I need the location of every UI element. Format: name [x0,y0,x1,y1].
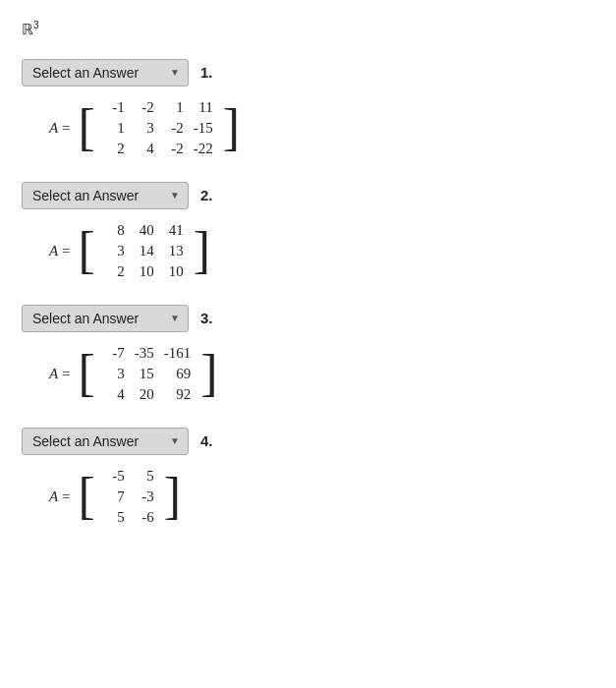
matrix-label-2: A = [49,243,70,259]
problem-block-1: Select an Answer▼1.A =[-1-211113-2-1524-… [22,59,594,160]
chevron-down-icon: ▼ [170,435,180,446]
table-cell: -6 [135,508,154,527]
chevron-down-icon: ▼ [170,67,180,78]
table-cell: 5 [105,508,125,527]
matrix-wrap-2: [840413141321010] [78,219,210,283]
matrix-table-2: 840413141321010 [95,219,194,283]
matrix-table-1: -1-211113-2-1524-2-22 [95,96,223,160]
table-cell: 15 [135,365,154,383]
answer-row-4: Select an Answer▼4. [22,428,594,455]
table-cell: 8 [105,221,125,240]
math-symbol: ℝ3 [22,21,39,37]
problem-number-4: 4. [200,432,213,449]
select-label-2: Select an Answer [32,188,139,203]
matrix-table-3: -7-35-1613156942092 [95,342,201,406]
bracket-right-icon: ] [223,102,240,153]
table-cell: 69 [164,365,192,383]
matrix-label-1: A = [49,120,70,137]
select-answer-button-3[interactable]: Select an Answer▼ [22,305,189,332]
problem-block-3: Select an Answer▼3.A =[-7-35-16131569420… [22,305,594,406]
table-cell: -5 [105,467,125,486]
table-cell: 2 [105,262,125,281]
table-cell: 1 [164,98,184,117]
bracket-right-icon: ] [164,471,181,522]
table-cell: 3 [135,119,154,138]
matrix-table-4: -557-35-6 [95,465,164,529]
table-cell: -2 [164,119,184,138]
table-row: 31413 [105,242,184,260]
table-row: -55 [105,467,154,486]
table-cell: 41 [164,221,184,240]
table-row: 31569 [105,365,192,383]
select-label-3: Select an Answer [32,311,139,326]
matrix-block-3: A =[-7-35-1613156942092] [49,342,594,406]
chevron-down-icon: ▼ [170,313,180,323]
select-answer-button-2[interactable]: Select an Answer▼ [22,182,189,209]
table-cell: -161 [164,344,192,363]
matrix-block-1: A =[-1-211113-2-1524-2-22] [49,96,594,160]
bracket-left-icon: [ [78,225,94,276]
table-cell: -15 [194,119,213,138]
matrix-wrap-3: [-7-35-1613156942092] [78,342,217,406]
question-text: ℝ3 [22,18,594,41]
matrix-block-4: A =[-557-35-6] [49,465,594,529]
problem-number-2: 2. [200,187,213,203]
table-cell: 4 [135,140,154,158]
matrix-block-2: A =[840413141321010] [49,219,594,283]
problems-container: Select an Answer▼1.A =[-1-211113-2-1524-… [22,59,594,529]
table-cell: 10 [164,262,184,281]
answer-row-2: Select an Answer▼2. [22,182,594,209]
bracket-right-icon: ] [200,348,217,399]
table-cell: 1 [105,119,125,138]
table-row: 7-3 [105,487,154,506]
matrix-label-3: A = [49,366,70,382]
table-cell: 3 [105,365,125,383]
table-cell: -1 [105,98,125,117]
matrix-label-4: A = [49,488,70,505]
bracket-left-icon: [ [78,102,94,153]
table-cell: 5 [135,467,154,486]
table-row: -7-35-161 [105,344,192,363]
table-cell: 7 [105,487,125,506]
table-cell: 92 [164,385,192,404]
table-cell: -22 [194,140,213,158]
table-row: 21010 [105,262,184,281]
table-row: 42092 [105,385,192,404]
main-card: ℝ3 Select an Answer▼1.A =[-1-211113-2-15… [0,0,616,688]
table-cell: -35 [135,344,154,363]
select-label-1: Select an Answer [32,65,139,81]
table-cell: -3 [135,487,154,506]
table-row: 84041 [105,221,184,240]
matrix-wrap-4: [-557-35-6] [78,465,181,529]
problem-number-3: 3. [200,310,213,326]
table-cell: 11 [194,98,213,117]
table-cell: -2 [135,98,154,117]
matrix-wrap-1: [-1-211113-2-1524-2-22] [78,96,240,160]
table-row: -1-2111 [105,98,213,117]
table-cell: -7 [105,344,125,363]
select-answer-button-4[interactable]: Select an Answer▼ [22,428,189,455]
table-cell: 4 [105,385,125,404]
table-cell: 3 [105,242,125,260]
table-cell: 10 [135,262,154,281]
table-cell: 40 [135,221,154,240]
problem-block-2: Select an Answer▼2.A =[840413141321010] [22,182,594,283]
bracket-left-icon: [ [78,348,94,399]
select-label-4: Select an Answer [32,433,139,449]
answer-row-1: Select an Answer▼1. [22,59,594,86]
table-cell: -2 [164,140,184,158]
table-row: 24-2-22 [105,140,213,158]
bracket-right-icon: ] [194,225,210,276]
table-cell: 13 [164,242,184,260]
bracket-left-icon: [ [78,471,94,522]
select-answer-button-1[interactable]: Select an Answer▼ [22,59,189,86]
table-row: 5-6 [105,508,154,527]
table-cell: 20 [135,385,154,404]
chevron-down-icon: ▼ [170,190,180,201]
table-cell: 14 [135,242,154,260]
table-row: 13-2-15 [105,119,213,138]
table-cell: 2 [105,140,125,158]
problem-block-4: Select an Answer▼4.A =[-557-35-6] [22,428,594,529]
problem-number-1: 1. [200,64,213,81]
answer-row-3: Select an Answer▼3. [22,305,594,332]
